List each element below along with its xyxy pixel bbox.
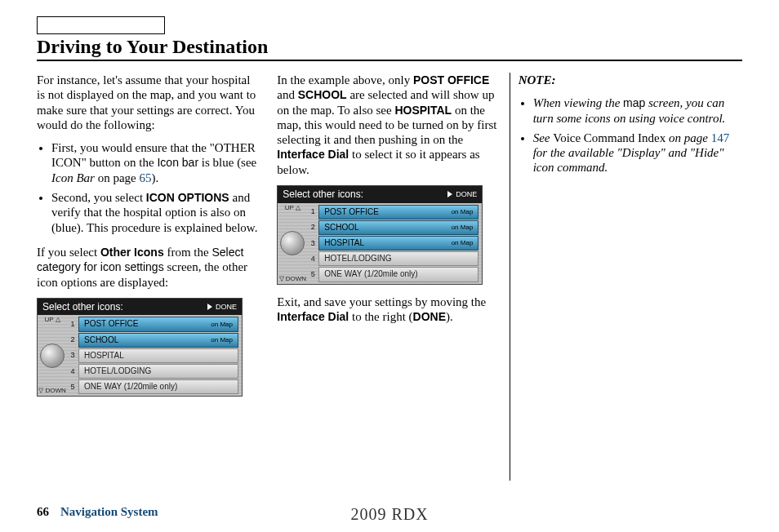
screen2-dial: UP △ ▽ DOWN	[278, 203, 307, 284]
screen2-row-3: HOSPITALon Map	[318, 236, 479, 250]
page-footer: 66 Navigation System 2009 RDX	[37, 505, 742, 519]
column-2: In the example above, only POST OFFICE a…	[269, 73, 510, 481]
column-1: For instance, let's assume that your hos…	[37, 73, 269, 481]
col1-intro: For instance, let's assume that your hos…	[37, 73, 260, 132]
screen2-row-1: POST OFFICEon Map	[318, 205, 479, 219]
col1-para2: If you select Other Icons from the Selec…	[37, 245, 260, 290]
screen1-row-3: HOSPITAL	[78, 348, 238, 363]
up-arrow-icon: UP △	[44, 317, 60, 323]
screen1-dial: UP △ ▽ DOWN	[38, 315, 67, 396]
screenshot-1: Select other icons: DONE UP △ ▽ DOWN 1 2…	[37, 298, 243, 397]
down-arrow-icon: ▽ DOWN	[38, 388, 66, 394]
screen2-rows: POST OFFICEon Map SCHOOLon Map HOSPITALo…	[318, 203, 482, 284]
col2-para1: In the example above, only POST OFFICE a…	[277, 73, 501, 177]
screen1-rows: POST OFFICEon Map SCHOOLon Map HOSPITAL …	[78, 315, 242, 396]
screen1-numbers: 1 2 3 4 5	[67, 315, 78, 396]
col1-bullet-1: First, you would ensure that the "OTHER …	[51, 140, 260, 185]
screen2-row-4: HOTEL/LODGING	[318, 251, 479, 266]
page-title: Driving to Your Destination	[37, 36, 742, 61]
screenshot-2: Select other icons: DONE UP △ ▽ DOWN 1 2…	[277, 185, 483, 285]
header-small-box	[37, 16, 165, 34]
screen1-titlebar: Select other icons: DONE	[38, 299, 242, 316]
screen1-row-2: SCHOOLon Map	[78, 333, 238, 348]
screen1-row-5: ONE WAY (1/20mile only)	[78, 379, 238, 394]
screen1-done: DONE	[207, 303, 237, 312]
screen1-row-4: HOTEL/LODGING	[78, 364, 238, 379]
dial-wheel-icon	[40, 344, 65, 368]
up-arrow-icon: UP △	[285, 205, 300, 211]
page-number: 66	[37, 505, 49, 519]
screen2-row-2: SCHOOLon Map	[318, 220, 479, 235]
screen2-numbers: 1 2 3 4 5	[307, 203, 318, 284]
dial-wheel-icon	[280, 231, 305, 255]
column-3: NOTE: When viewing the map screen, you c…	[510, 73, 742, 481]
down-arrow-icon: ▽ DOWN	[279, 276, 307, 282]
screen2-done: DONE	[447, 190, 477, 199]
screen2-row-5: ONE WAY (1/20mile only)	[318, 267, 479, 282]
col2-para2: Exit, and save your settings by moving t…	[277, 295, 501, 325]
content-columns: For instance, let's assume that your hos…	[37, 73, 742, 481]
note-heading: NOTE:	[519, 73, 742, 87]
col3-bullet-1: When viewing the map screen, you can tur…	[533, 95, 742, 126]
col1-bullet-2: Second, you select ICON OPTIONS and veri…	[51, 190, 260, 235]
model-year: 2009 RDX	[350, 505, 428, 524]
screen1-title: Select other icons:	[42, 301, 123, 313]
footer-label: Navigation System	[60, 505, 158, 519]
screen2-title: Select other icons:	[283, 188, 363, 201]
screen1-row-1: POST OFFICEon Map	[78, 317, 238, 331]
screen2-titlebar: Select other icons: DONE	[278, 186, 482, 203]
col3-bullet-2: See Voice Command Index on page 147 for …	[533, 131, 742, 175]
